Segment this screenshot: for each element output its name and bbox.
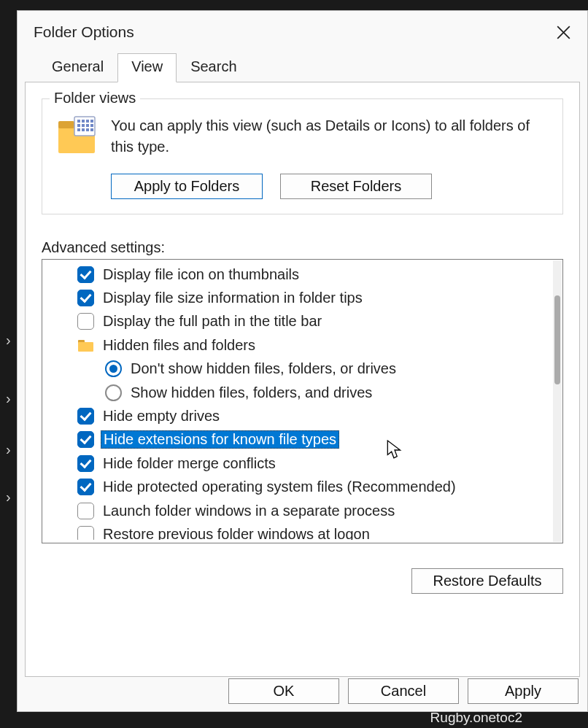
svg-rect-5: [77, 120, 80, 123]
bg-chevron-icon: ›: [6, 332, 11, 349]
folder-icon: [77, 338, 94, 352]
advanced-item[interactable]: Hide empty drives: [42, 404, 549, 427]
tab-bar: General View Search: [38, 53, 587, 82]
advanced-item[interactable]: Hide protected operating system files (R…: [42, 476, 549, 499]
svg-rect-8: [90, 120, 93, 123]
checkbox[interactable]: [77, 455, 94, 472]
cancel-button[interactable]: Cancel: [348, 678, 459, 704]
folder-options-dialog: Folder Options General View Search Folde…: [17, 10, 588, 712]
advanced-item[interactable]: Display file icon on thumbnails: [42, 263, 549, 286]
advanced-settings-list[interactable]: Display file icon on thumbnailsDisplay f…: [42, 259, 563, 543]
advanced-item-label: Restore previous folder windows at logon: [103, 526, 370, 540]
titlebar: Folder Options: [18, 11, 587, 53]
tab-search[interactable]: Search: [177, 53, 250, 82]
svg-rect-6: [82, 120, 85, 123]
advanced-item-label: Launch folder windows in a separate proc…: [103, 503, 395, 519]
svg-rect-14: [82, 128, 85, 131]
checkbox[interactable]: [77, 431, 94, 448]
checkbox[interactable]: [77, 290, 94, 306]
background-file-name: Rugby.onetoc2: [430, 710, 522, 726]
svg-rect-11: [86, 124, 89, 127]
advanced-settings-label: Advanced settings:: [42, 239, 563, 256]
advanced-item-label: Display file size information in folder …: [103, 290, 363, 306]
advanced-item[interactable]: Hide folder merge conflicts: [42, 452, 549, 475]
radio[interactable]: [105, 360, 122, 377]
folder-views-icon: [55, 115, 98, 158]
dialog-footer: OK Cancel Apply: [228, 678, 579, 704]
bg-chevron-icon: ›: [6, 489, 11, 506]
reset-folders-button[interactable]: Reset Folders: [280, 174, 432, 199]
folder-views-description: You can apply this view (such as Details…: [111, 115, 549, 158]
advanced-item[interactable]: Launch folder windows in a separate proc…: [42, 499, 549, 522]
advanced-item-label: Show hidden files, folders, and drives: [131, 384, 372, 401]
advanced-item[interactable]: Hidden files and folders: [42, 333, 549, 357]
close-button[interactable]: [551, 20, 576, 44]
advanced-item[interactable]: Don't show hidden files, folders, or dri…: [42, 357, 549, 381]
svg-rect-13: [77, 128, 80, 131]
advanced-item[interactable]: Display the full path in the title bar: [42, 310, 549, 333]
advanced-item[interactable]: Show hidden files, folders, and drives: [42, 381, 549, 404]
svg-rect-10: [82, 124, 85, 127]
svg-rect-3: [58, 121, 74, 128]
tab-view[interactable]: View: [117, 53, 177, 82]
svg-rect-7: [86, 120, 89, 123]
apply-to-folders-button[interactable]: Apply to Folders: [111, 174, 263, 199]
checkbox[interactable]: [77, 313, 94, 330]
ok-button[interactable]: OK: [228, 678, 339, 704]
advanced-item-label: Hide empty drives: [103, 408, 220, 425]
apply-button[interactable]: Apply: [468, 678, 579, 704]
scrollbar-thumb[interactable]: [554, 295, 560, 384]
folder-views-legend: Folder views: [50, 90, 140, 107]
tab-general[interactable]: General: [38, 53, 117, 82]
folder-views-group: Folder views: [42, 98, 563, 214]
bg-chevron-icon: ›: [6, 390, 11, 407]
checkbox[interactable]: [77, 526, 94, 540]
checkbox[interactable]: [77, 479, 94, 495]
svg-rect-9: [77, 124, 80, 127]
advanced-item-label: Hide extensions for known file types: [101, 430, 339, 449]
advanced-item-label: Display the full path in the title bar: [103, 313, 322, 330]
tab-content-view: Folder views: [25, 82, 580, 677]
close-icon: [557, 26, 570, 39]
svg-rect-15: [86, 128, 89, 131]
checkbox[interactable]: [77, 266, 94, 283]
advanced-item[interactable]: Restore previous folder windows at logon: [42, 522, 549, 540]
radio[interactable]: [105, 384, 122, 401]
advanced-item-label: Don't show hidden files, folders, or dri…: [131, 360, 396, 377]
advanced-item-label: Hidden files and folders: [103, 337, 255, 354]
advanced-item-label: Display file icon on thumbnails: [103, 266, 299, 283]
svg-rect-18: [78, 342, 93, 352]
dialog-title: Folder Options: [34, 23, 551, 41]
checkbox[interactable]: [77, 503, 94, 519]
checkbox[interactable]: [77, 408, 94, 425]
bg-chevron-icon: ›: [6, 441, 11, 458]
scrollbar[interactable]: [553, 260, 562, 542]
restore-defaults-button[interactable]: Restore Defaults: [411, 568, 563, 594]
advanced-item-label: Hide protected operating system files (R…: [103, 479, 456, 495]
advanced-item[interactable]: Hide extensions for known file types: [42, 428, 549, 452]
advanced-item-label: Hide folder merge conflicts: [103, 455, 276, 472]
svg-rect-16: [90, 128, 93, 131]
advanced-item[interactable]: Display file size information in folder …: [42, 286, 549, 309]
svg-rect-12: [90, 124, 93, 127]
